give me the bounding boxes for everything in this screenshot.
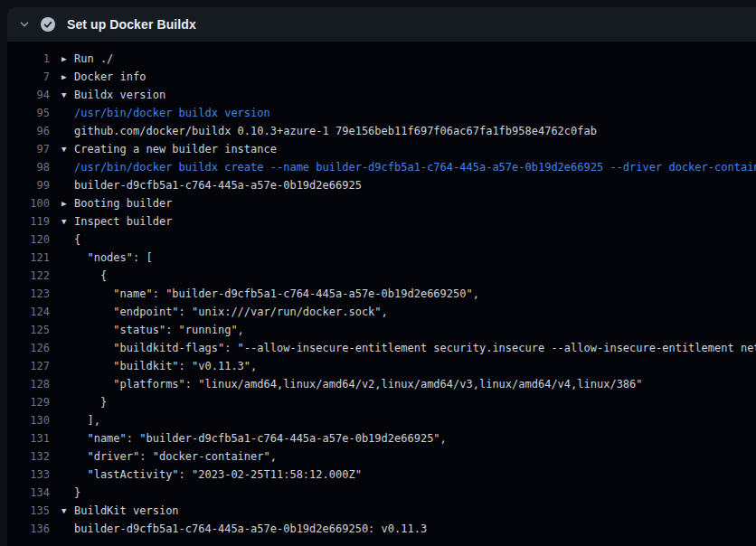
log-line: 96github.com/docker/buildx 0.10.3+azure-… — [7, 122, 756, 140]
triangle-down-icon: ▼ — [61, 502, 74, 520]
line-number[interactable]: 129 — [7, 393, 50, 411]
log-line: 98/usr/bin/docker buildx create --name b… — [7, 158, 756, 176]
group-title: Run ./ — [74, 52, 113, 65]
log-text: ▶Run ./ — [50, 50, 113, 68]
log-line: 136builder-d9cfb5a1-c764-445a-a57e-0b19d… — [7, 520, 756, 538]
log-text: "buildkit": "v0.11.3", — [50, 357, 257, 375]
line-number[interactable]: 136 — [7, 520, 50, 538]
log-text: builder-d9cfb5a1-c764-445a-a57e-0b19d2e6… — [50, 176, 362, 194]
line-number[interactable]: 133 — [7, 466, 50, 484]
group-title: Booting builder — [74, 197, 172, 210]
group-title: BuildKit version — [74, 504, 179, 517]
log-group-line[interactable]: 94▼Buildx version — [7, 86, 756, 104]
line-number[interactable]: 94 — [7, 86, 50, 104]
log-text: /usr/bin/docker buildx version — [50, 104, 270, 122]
line-number[interactable]: 135 — [7, 502, 50, 520]
log-lines: 1▶Run ./7▶Docker info94▼Buildx version95… — [7, 42, 756, 538]
log-text: { — [50, 231, 80, 249]
log-line: 131 "name": "builder-d9cfb5a1-c764-445a-… — [7, 429, 756, 447]
triangle-down-icon: ▼ — [61, 86, 74, 104]
group-title: Docker info — [74, 71, 146, 83]
log-line: 133 "lastActivity": "2023-02-25T11:58:12… — [7, 466, 756, 484]
log-line: 120{ — [7, 231, 756, 249]
log-line: 95/usr/bin/docker buildx version — [7, 104, 756, 122]
line-number[interactable]: 124 — [7, 303, 50, 321]
log-text: { — [50, 267, 107, 285]
line-number[interactable]: 132 — [7, 447, 50, 466]
log-text: /usr/bin/docker buildx create --name bui… — [50, 158, 756, 176]
log-line: 121 "nodes": [ — [7, 249, 756, 267]
log-text: builder-d9cfb5a1-c764-445a-a57e-0b19d2e6… — [50, 520, 427, 538]
log-text: ▼Creating a new builder instance — [50, 140, 277, 158]
line-number[interactable]: 126 — [7, 339, 50, 357]
triangle-right-icon: ▶ — [61, 68, 74, 86]
log-text: ▶Docker info — [50, 68, 146, 86]
log-text: "lastActivity": "2023-02-25T11:58:12.000… — [50, 466, 362, 484]
log-line: 128 "platforms": "linux/amd64,linux/amd6… — [7, 375, 756, 393]
log-line: 127 "buildkit": "v0.11.3", — [7, 357, 756, 375]
log-text: "nodes": [ — [50, 249, 153, 267]
line-number[interactable]: 119 — [7, 212, 50, 231]
line-number[interactable]: 134 — [7, 484, 50, 502]
log-text: "name": "builder-d9cfb5a1-c764-445a-a57e… — [50, 429, 447, 447]
line-number[interactable]: 123 — [7, 285, 50, 303]
line-number[interactable]: 97 — [7, 140, 50, 158]
log-text: "endpoint": "unix:///var/run/docker.sock… — [50, 303, 388, 321]
log-group-line[interactable]: 100▶Booting builder — [7, 194, 756, 212]
line-number[interactable]: 96 — [7, 122, 50, 140]
actions-log-viewer: Set up Docker Buildx 1▶Run ./7▶Docker in… — [7, 7, 756, 546]
log-line: 124 "endpoint": "unix:///var/run/docker.… — [7, 303, 756, 321]
log-text: ], — [50, 411, 100, 429]
log-text: "platforms": "linux/amd64,linux/amd64/v2… — [50, 375, 643, 393]
log-line: 123 "name": "builder-d9cfb5a1-c764-445a-… — [7, 285, 756, 303]
log-text: } — [50, 484, 80, 502]
log-line: 132 "driver": "docker-container", — [7, 447, 756, 466]
line-number[interactable]: 95 — [7, 104, 50, 122]
log-text: "status": "running", — [50, 321, 244, 339]
log-text: "name": "builder-d9cfb5a1-c764-445a-a57e… — [50, 285, 479, 303]
log-group-line[interactable]: 97▼Creating a new builder instance — [7, 140, 756, 158]
line-number[interactable]: 99 — [7, 176, 50, 194]
log-line: 122 { — [7, 267, 756, 285]
line-number[interactable]: 121 — [7, 249, 50, 267]
log-text: ▼Buildx version — [50, 86, 165, 104]
log-group-line[interactable]: 135▼BuildKit version — [7, 502, 756, 520]
line-number[interactable]: 7 — [7, 68, 50, 86]
line-number[interactable]: 128 — [7, 375, 50, 393]
group-title: Buildx version — [74, 89, 165, 101]
line-number[interactable]: 125 — [7, 321, 50, 339]
triangle-down-icon: ▼ — [61, 212, 74, 231]
triangle-right-icon: ▶ — [61, 194, 74, 212]
log-text: "buildkitd-flags": "--allow-insecure-ent… — [50, 339, 756, 357]
line-number[interactable]: 127 — [7, 357, 50, 375]
line-number[interactable]: 98 — [7, 158, 50, 176]
line-number[interactable]: 122 — [7, 267, 50, 285]
group-title: Inspect builder — [74, 215, 172, 228]
log-group-line[interactable]: 119▼Inspect builder — [7, 212, 756, 231]
chevron-down-icon[interactable] — [17, 17, 32, 32]
log-line: 125 "status": "running", — [7, 321, 756, 339]
check-circle-icon — [41, 17, 55, 32]
group-title: Creating a new builder instance — [74, 143, 277, 155]
log-line: 129 } — [7, 393, 756, 411]
log-line: 130 ], — [7, 411, 756, 429]
log-text: ▼Inspect builder — [50, 212, 172, 231]
log-text: ▶Booting builder — [50, 194, 172, 212]
triangle-down-icon: ▼ — [61, 140, 74, 158]
log-line: 134} — [7, 484, 756, 502]
log-text: ▼BuildKit version — [50, 502, 179, 520]
step-header[interactable]: Set up Docker Buildx — [7, 7, 756, 42]
log-text: } — [50, 393, 107, 411]
log-text: github.com/docker/buildx 0.10.3+azure-1 … — [50, 122, 597, 140]
line-number[interactable]: 1 — [7, 50, 50, 68]
line-number[interactable]: 131 — [7, 429, 50, 447]
line-number[interactable]: 100 — [7, 194, 50, 212]
log-group-line[interactable]: 7▶Docker info — [7, 68, 756, 86]
line-number[interactable]: 120 — [7, 231, 50, 249]
step-title: Set up Docker Buildx — [67, 17, 196, 32]
log-line: 99builder-d9cfb5a1-c764-445a-a57e-0b19d2… — [7, 176, 756, 194]
log-group-line[interactable]: 1▶Run ./ — [7, 50, 756, 68]
log-text: "driver": "docker-container", — [50, 447, 277, 466]
line-number[interactable]: 130 — [7, 411, 50, 429]
log-line: 126 "buildkitd-flags": "--allow-insecure… — [7, 339, 756, 357]
